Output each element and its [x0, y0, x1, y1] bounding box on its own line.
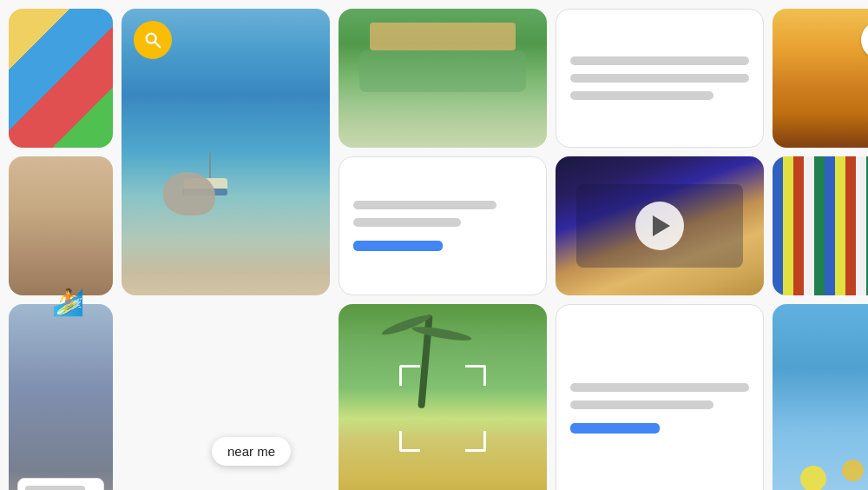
col3-row2-content	[339, 157, 546, 295]
scan-corner-tl	[399, 365, 420, 386]
content-line-d	[570, 383, 749, 392]
content-line-e	[570, 401, 713, 409]
scan-corner-bl	[399, 431, 420, 452]
play-button[interactable]	[635, 202, 684, 250]
col5-row3-photo	[773, 304, 868, 490]
scan-corner-br	[465, 431, 486, 452]
camera-button[interactable]	[861, 21, 868, 59]
col1-row1-photo	[9, 9, 113, 148]
col3-row1-photo	[339, 9, 547, 148]
col4-row1-content	[556, 10, 763, 147]
col4-row1-card	[556, 9, 764, 148]
scan-corner-tr	[465, 365, 486, 386]
col2-main-photo	[122, 9, 330, 295]
col4-row3-card	[556, 304, 764, 490]
col1-row3-bottom-card	[17, 478, 104, 490]
search-button[interactable]	[134, 21, 172, 59]
col4-row2-photo	[556, 156, 764, 295]
near-me-label: near me	[212, 437, 291, 466]
near-me-pill[interactable]: near me	[212, 437, 291, 466]
scan-overlay	[399, 365, 486, 452]
content-line-a	[570, 56, 749, 65]
content-button-2[interactable]	[570, 423, 660, 434]
content-line-1	[353, 201, 496, 209]
play-icon	[653, 215, 670, 236]
col4-row3-content	[556, 305, 763, 490]
col3-row2-card	[339, 156, 547, 295]
col1-row2-photo	[9, 156, 113, 295]
content-line-2	[353, 218, 461, 227]
content-line-c	[570, 91, 713, 100]
content-button[interactable]	[353, 241, 443, 251]
col5-row2-photo	[773, 156, 868, 295]
main-grid	[0, 0, 868, 490]
paddleboarder-figure: 🏄	[52, 287, 84, 317]
content-line-b	[570, 74, 749, 83]
col3-row3-photo	[339, 304, 547, 490]
svg-line-1	[155, 43, 161, 48]
col1-row3-photo	[9, 304, 113, 490]
col5-row1-photo	[773, 9, 868, 148]
search-icon	[143, 30, 162, 50]
